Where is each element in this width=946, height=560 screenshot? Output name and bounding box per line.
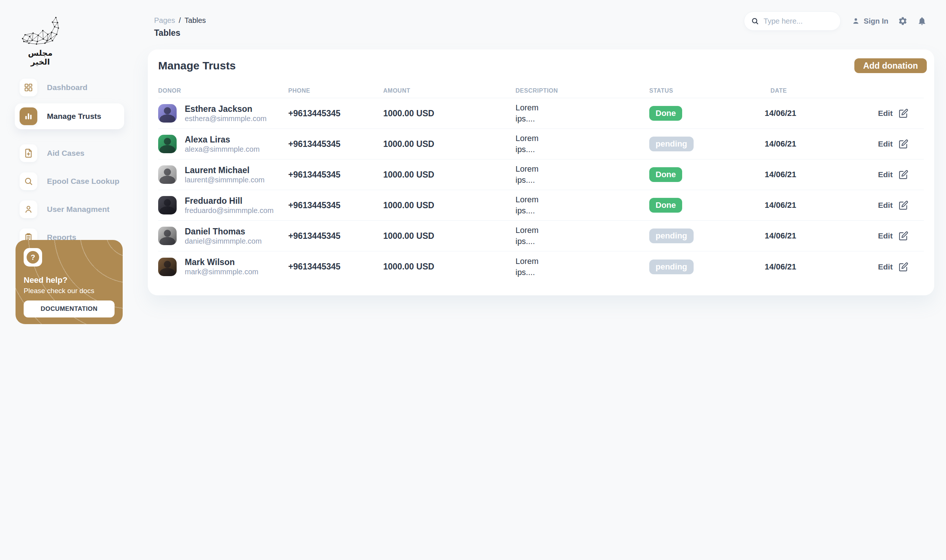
avatar [158,258,177,276]
donor-name: Mark Wilson [185,257,258,267]
donor-cell: Freduardo Hill freduardo@simmmple.com [158,195,288,215]
help-title: Need help? [24,275,114,285]
breadcrumb-separator: / [179,16,181,25]
sign-in-button[interactable]: Sign In [852,17,888,25]
donor-cell: Laurent Michael laurent@simmmple.com [158,165,288,185]
phone-cell: +9613445345 [288,170,383,180]
amount-cell: 1000.00 USD [383,170,515,180]
edit-button[interactable]: Edit [861,231,924,241]
donor-name: Daniel Thomas [185,226,262,237]
add-donation-button[interactable]: Add donation [854,58,927,73]
phone-cell: +9613445345 [288,231,383,241]
date-cell: 14/06/21 [764,169,797,180]
status-badge: pending [649,229,694,243]
topbar: Sign In [744,11,927,31]
manage-trusts-card: Manage Trusts Add donation DONORPHONEAMO… [148,49,934,295]
notifications-bell-icon[interactable] [917,16,927,26]
document-plus-icon [24,148,33,158]
sidebar-item-icon-tile [20,144,37,162]
column-header-phone: PHONE [288,88,383,94]
table-row: Alexa Liras alexa@simmmple.com +96134453… [158,129,924,160]
table-row: Mark Wilson mark@simmmple.com +961344534… [158,251,924,282]
amount-cell: 1000.00 USD [383,231,515,241]
sidebar-item-manage-trusts[interactable]: Manage Trusts [15,103,124,129]
settings-gear-icon[interactable] [898,16,907,26]
column-header-status: STATUS [649,88,770,94]
column-header-amount: AMOUNT [383,88,515,94]
edit-button[interactable]: Edit [861,200,924,210]
sidebar-item-dashboard[interactable]: Dashboard [15,75,124,100]
sidebar-item-aid-cases[interactable]: Aid Cases [15,140,124,166]
bar-chart-icon [24,111,33,121]
phone-cell: +9613445345 [288,200,383,211]
sidebar-item-label: User Managment [47,205,110,214]
page-title: Tables [154,28,181,38]
brand-logo-text: مجلس الخير [19,49,61,66]
sign-in-label: Sign In [864,17,888,25]
status-badge: Done [649,106,682,121]
brand-logo: مجلس الخير [15,14,124,66]
status-badge: pending [649,260,694,274]
documentation-button[interactable]: DOCUMENTATION [24,300,114,317]
donor-email: freduardo@simmmple.com [185,206,273,215]
edit-pencil-icon [899,200,908,210]
edit-button[interactable]: Edit [861,170,924,179]
user-outline-icon [24,205,33,214]
donor-email: daniel@simmmple.com [185,237,262,246]
edit-pencil-icon [899,139,908,149]
edit-label: Edit [878,201,893,210]
amount-cell: 1000.00 USD [383,200,515,211]
breadcrumb-current: Tables [184,16,206,25]
edit-pencil-icon [899,262,908,272]
sidebar-item-icon-tile [20,172,37,190]
edit-label: Edit [878,170,893,179]
avatar [158,104,177,123]
description-cell: Lorem ips.... [515,163,557,186]
avatar [158,165,177,184]
column-header-donor: DONOR [158,88,288,94]
table-row: Daniel Thomas daniel@simmmple.com +96134… [158,221,924,251]
search-input[interactable] [764,17,834,25]
status-badge: pending [649,137,694,151]
donor-email: mark@simmmple.com [185,267,258,277]
donor-name: Laurent Michael [185,165,265,175]
edit-pencil-icon [899,170,908,179]
edit-label: Edit [878,140,893,148]
date-cell: 14/06/21 [764,230,797,242]
breadcrumb-root[interactable]: Pages [154,16,175,25]
sidebar-item-label: Dashboard [47,83,88,92]
sidebar-item-label: Aid Cases [47,149,85,158]
status-badge: Done [649,198,682,212]
avatar [158,135,177,153]
donor-cell: Alexa Liras alexa@simmmple.com [158,134,288,154]
donor-cell: Mark Wilson mark@simmmple.com [158,257,288,277]
search-box[interactable] [744,11,841,31]
edit-pencil-icon [899,109,908,118]
sidebar-item-user-managment[interactable]: User Managment [15,196,124,222]
donor-cell: Daniel Thomas daniel@simmmple.com [158,226,288,246]
edit-button[interactable]: Edit [861,109,924,118]
help-subtitle: Please check our docs [24,287,114,295]
sidebar-item-epool-case-lookup[interactable]: Epool Case Lookup [15,168,124,194]
user-icon [852,17,860,25]
status-badge: Done [649,167,682,182]
edit-button[interactable]: Edit [861,262,924,272]
amount-cell: 1000.00 USD [383,109,515,118]
search-icon [24,177,33,186]
table-row: Freduardo Hill freduardo@simmmple.com +9… [158,190,924,221]
avatar [158,227,177,245]
avatar [158,196,177,214]
description-cell: Lorem ips.... [515,225,557,247]
edit-pencil-icon [899,231,908,241]
breadcrumb: Pages / Tables [154,16,206,25]
phone-cell: +9613445345 [288,109,383,118]
donor-email: esthera@simmmple.com [185,114,267,123]
date-cell: 14/06/21 [764,200,797,211]
description-cell: Lorem ips.... [515,133,557,155]
sidebar-item-icon-tile [20,78,37,96]
sidebar-item-label: Epool Case Lookup [47,177,119,186]
edit-button[interactable]: Edit [861,139,924,149]
edit-label: Edit [878,109,893,118]
description-cell: Lorem ips.... [515,256,557,278]
brand-logo-network-icon [19,14,61,48]
